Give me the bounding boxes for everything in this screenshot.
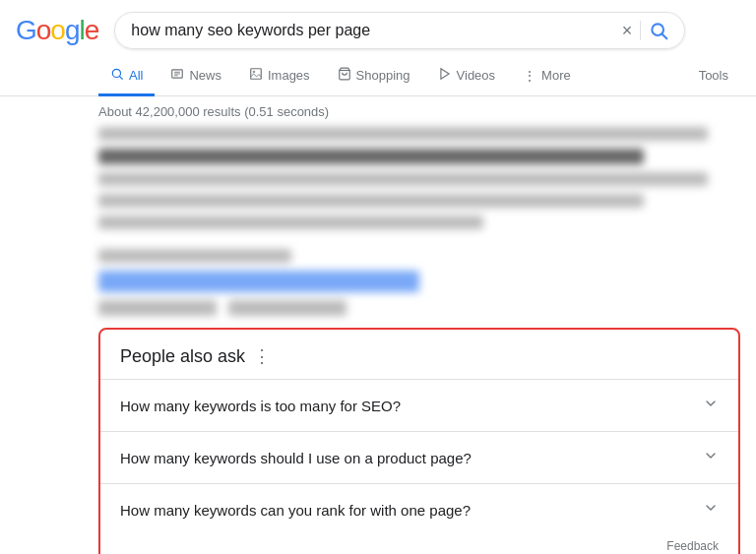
svg-line-3 [119,76,122,79]
blurred-row [98,300,740,316]
feedback-link[interactable]: Feedback [666,539,719,553]
search-bar: how many seo keywords per page × [114,12,685,49]
news-icon [170,67,184,84]
tab-shopping[interactable]: Shopping [326,57,422,96]
svg-point-9 [253,71,255,73]
images-icon [249,67,263,84]
paa-chevron-1 [703,396,719,415]
paa-question-3[interactable]: How many keywords can you rank for with … [100,483,738,535]
paa-question-3-text: How many keywords can you rank for with … [120,502,471,519]
blurred-line-1 [98,127,708,141]
shopping-icon [338,67,351,84]
results-info: About 42,200,000 results (0.51 seconds) [0,96,756,127]
tab-shopping-label: Shopping [356,68,410,83]
tab-news-label: News [189,68,221,83]
tab-videos[interactable]: Videos [426,57,508,96]
blurred-chip-2 [228,300,346,316]
more-icon: ⋮ [523,68,536,84]
all-icon [110,67,124,84]
results-count: About 42,200,000 results (0.51 seconds) [98,104,329,119]
tab-videos-label: Videos [457,68,496,83]
blurred-content [98,127,740,316]
people-also-ask-box: People also ask ⋮ How many keywords is t… [98,328,740,554]
tab-more[interactable]: ⋮ More [511,58,583,96]
svg-marker-11 [440,69,448,80]
paa-footer: Feedback [100,535,738,554]
paa-header: People also ask ⋮ [100,330,738,379]
blurred-line-3 [98,172,708,186]
search-input[interactable]: how many seo keywords per page [131,22,613,39]
clear-icon[interactable]: × [622,22,633,39]
paa-chevron-2 [703,448,719,467]
paa-question-1[interactable]: How many keywords is too many for SEO? [100,379,738,431]
nav-tabs: All News Images [0,49,756,96]
blurred-chip-1 [98,300,217,316]
tab-images[interactable]: Images [237,57,322,96]
paa-menu-icon[interactable]: ⋮ [253,345,271,367]
videos-icon [438,67,452,84]
tab-all-label: All [129,68,143,83]
blurred-line-4 [98,194,644,208]
google-logo[interactable]: Google [16,15,98,46]
tab-news[interactable]: News [158,57,233,96]
tab-more-label: More [541,68,571,83]
search-icon[interactable] [649,21,668,40]
paa-title: People also ask [120,346,245,367]
blurred-line-6 [98,249,291,263]
tools-button[interactable]: Tools [687,58,740,95]
paa-question-1-text: How many keywords is too many for SEO? [120,398,401,414]
tab-images-label: Images [268,68,310,83]
paa-chevron-3 [703,500,719,520]
logo-text: Google [16,15,98,46]
search-divider [640,21,641,40]
svg-rect-8 [251,69,262,80]
paa-question-2-text: How many keywords should I use on a prod… [120,450,472,466]
svg-line-1 [662,34,667,39]
blurred-link [98,271,419,292]
paa-question-2[interactable]: How many keywords should I use on a prod… [100,431,738,483]
tools-label: Tools [699,68,728,83]
blurred-results [0,127,756,316]
blurred-line-2 [98,149,644,164]
blurred-line-5 [98,215,483,229]
header: Google how many seo keywords per page × [0,0,756,49]
tab-all[interactable]: All [98,57,155,96]
